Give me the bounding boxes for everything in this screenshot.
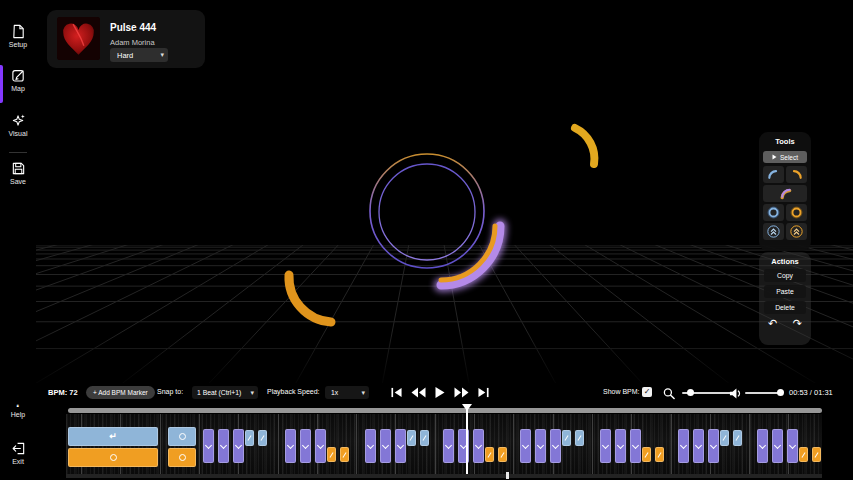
target-rings	[370, 154, 484, 268]
blue-note[interactable]	[168, 427, 196, 446]
tool-burst-note-blue[interactable]	[763, 223, 784, 240]
orange-note[interactable]	[68, 448, 158, 467]
timeline-scrollbar[interactable]	[68, 408, 822, 413]
note-arcs[interactable]	[289, 128, 594, 322]
skip-to-end-button[interactable]	[478, 387, 489, 398]
sidebar-item-visual[interactable]: Visual	[0, 113, 36, 137]
orange-note[interactable]	[498, 447, 507, 462]
sidebar-item-label: Visual	[9, 130, 28, 137]
chevron-down-icon: ▾	[250, 389, 254, 397]
snap-dropdown[interactable]: 1 Beat (Ctrl+1) ▾	[192, 386, 258, 399]
timeline-zoom-slider[interactable]	[682, 387, 732, 399]
orange-note[interactable]	[655, 447, 664, 462]
tick-glyph	[500, 452, 504, 458]
show-bpm-label: Show BPM:	[603, 388, 640, 395]
blue-note[interactable]: ↵	[68, 427, 158, 446]
chev-glyph	[287, 441, 294, 448]
cursor-icon	[772, 154, 777, 160]
orange-note[interactable]	[485, 447, 494, 462]
paste-button[interactable]: Paste	[764, 285, 806, 298]
blue-note[interactable]	[575, 430, 584, 446]
chev-glyph	[445, 441, 452, 448]
purple-note[interactable]	[443, 429, 454, 463]
chev-glyph	[789, 441, 796, 448]
tool-arc-note-orange[interactable]	[786, 166, 807, 183]
sidebar-item-save[interactable]: Save	[0, 161, 36, 185]
slider-knob[interactable]	[687, 389, 694, 396]
sidebar-item-map[interactable]: Map	[0, 68, 36, 92]
tool-arc-note-blue[interactable]	[763, 166, 784, 183]
timeline-bottom-marker[interactable]	[506, 472, 509, 479]
orange-note[interactable]	[327, 447, 336, 462]
blue-note[interactable]	[720, 430, 729, 446]
blue-note[interactable]	[420, 430, 429, 446]
tool-burst-note-orange[interactable]	[786, 223, 807, 240]
purple-note[interactable]	[772, 429, 783, 463]
purple-note[interactable]	[365, 429, 376, 463]
slider-knob[interactable]	[777, 389, 784, 396]
tool-arc-note-purple[interactable]	[763, 185, 807, 202]
sidebar: Setup Map Visual Save ? Help Exit	[0, 0, 36, 480]
orange-note[interactable]	[812, 447, 821, 462]
purple-note[interactable]	[315, 429, 326, 463]
copy-button[interactable]: Copy	[764, 269, 806, 282]
playback-speed-dropdown[interactable]: 1x ▾	[325, 386, 369, 399]
orange-note[interactable]	[642, 447, 651, 462]
orange-note[interactable]	[340, 447, 349, 462]
sidebar-item-setup[interactable]: Setup	[0, 24, 36, 48]
purple-note[interactable]	[693, 429, 704, 463]
tool-ring-note-orange[interactable]	[786, 204, 807, 221]
redo-icon[interactable]: ↷	[793, 318, 802, 329]
ring-glyph	[179, 433, 186, 440]
tick-glyph	[801, 452, 805, 458]
difficulty-dropdown[interactable]: Hard ▾	[110, 48, 168, 62]
purple-note[interactable]	[615, 429, 626, 463]
volume-slider[interactable]	[745, 387, 783, 399]
purple-note[interactable]	[757, 429, 768, 463]
playhead-line[interactable]	[466, 406, 468, 474]
chev-glyph	[774, 441, 781, 448]
chev-glyph	[317, 441, 324, 448]
purple-note[interactable]	[787, 429, 798, 463]
blue-note[interactable]	[407, 430, 416, 446]
chev-glyph	[537, 441, 544, 448]
undo-icon[interactable]: ↶	[768, 318, 777, 329]
blue-note[interactable]	[245, 430, 254, 446]
album-art	[57, 17, 100, 60]
blue-note[interactable]	[733, 430, 742, 446]
select-tool-button[interactable]: Select	[763, 151, 807, 163]
zoom-magnifier-icon[interactable]	[663, 387, 675, 400]
blue-note[interactable]	[562, 430, 571, 446]
purple-note[interactable]	[678, 429, 689, 463]
purple-note[interactable]	[520, 429, 531, 463]
purple-note[interactable]	[473, 429, 484, 463]
skip-to-start-button[interactable]	[391, 387, 402, 398]
purple-note[interactable]	[708, 429, 719, 463]
orange-note[interactable]	[168, 448, 196, 467]
volume-speaker-icon[interactable]	[729, 387, 742, 400]
purple-note[interactable]	[395, 429, 406, 463]
blue-note[interactable]	[258, 430, 267, 446]
fast-forward-button[interactable]	[454, 387, 469, 398]
tool-ring-note-blue[interactable]	[763, 204, 784, 221]
purple-note[interactable]	[535, 429, 546, 463]
rewind-button[interactable]	[411, 387, 426, 398]
waveform-strip[interactable]: ↵	[66, 414, 822, 474]
add-bpm-marker-button[interactable]: + Add BPM Marker	[86, 386, 155, 399]
play-button[interactable]	[435, 387, 445, 398]
delete-button[interactable]: Delete	[764, 301, 806, 314]
purple-note[interactable]	[218, 429, 229, 463]
purple-note[interactable]	[380, 429, 391, 463]
purple-note[interactable]	[600, 429, 611, 463]
purple-note[interactable]	[550, 429, 561, 463]
speed-value: 1x	[331, 389, 338, 396]
orange-note[interactable]	[799, 447, 808, 462]
beat-line	[671, 414, 672, 474]
purple-note[interactable]	[630, 429, 641, 463]
purple-note[interactable]	[300, 429, 311, 463]
show-bpm-checkbox[interactable]: ✓	[642, 387, 652, 397]
sidebar-item-exit[interactable]: Exit	[0, 441, 36, 465]
purple-note[interactable]	[203, 429, 214, 463]
purple-note[interactable]	[285, 429, 296, 463]
purple-note[interactable]	[233, 429, 244, 463]
